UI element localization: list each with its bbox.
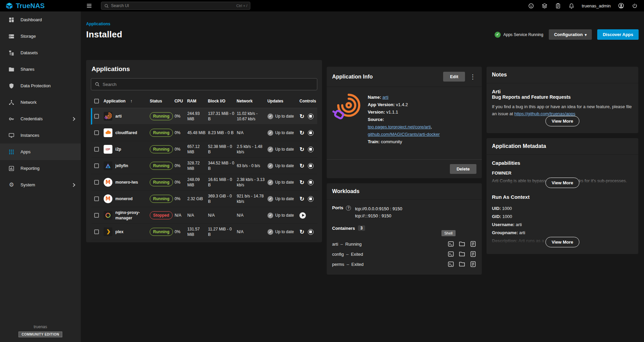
status-badge: Running [150,162,173,170]
restart-button[interactable]: ↻ [299,196,304,202]
sidebar-item-shares[interactable]: Shares [0,61,81,77]
restart-button[interactable]: ↻ [299,229,304,235]
issues-link[interactable]: https://github.com/truenas/apps [514,111,575,116]
column-ram[interactable]: RAM [187,98,208,104]
sidebar-item-system[interactable]: ⚙ System [0,177,81,193]
block-io-cell: 369.3 GiB - 0 B [208,193,237,204]
sidebar-item-instances[interactable]: Instances [0,127,81,144]
column-updates[interactable]: Updates [267,98,299,104]
sidebar-item-data-protection[interactable]: Data Protection [0,77,81,94]
table-row-nginx-proxy-manager[interactable]: nginx-proxy-manager Stopped N/A N/A N/A … [91,207,317,224]
edit-button[interactable]: Edit [443,72,465,82]
app-name-link[interactable]: arti [382,95,388,100]
power-icon[interactable] [632,3,638,9]
logs-icon[interactable] [470,251,476,257]
sidebar-item-datasets[interactable]: Datasets [0,44,81,61]
view-more-button[interactable]: View More [545,116,579,126]
source-link-github[interactable]: github.com/MAGICGrants/arti-docker [368,132,440,137]
table-row-plex[interactable]: plex Running 0% 131.57 MiB 11.27 MiB - 0… [91,224,317,240]
table-search[interactable] [91,78,317,90]
stop-button[interactable] [308,196,314,202]
capabilities-heading: Capabilities [492,160,633,166]
ram-cell: 2.32 GiB [187,196,208,201]
source-link-torproject[interactable]: tpo.pages.torproject.net/core/arti [368,124,431,129]
start-button[interactable] [299,212,306,219]
stop-button[interactable] [308,163,314,169]
sidebar-item-reporting[interactable]: Reporting [0,160,81,177]
column-block-io[interactable]: Block I/O [208,98,237,104]
row-checkbox[interactable] [94,229,99,234]
service-running-check-icon: ✓ [495,32,501,38]
sidebar-item-credentials[interactable]: Credentials [0,111,81,127]
stop-button[interactable] [308,180,314,185]
containers-label: Containers [332,226,355,231]
alerts-bell-icon[interactable] [568,3,575,9]
feedback-smiley-icon[interactable] [528,3,534,9]
user-avatar-icon[interactable] [618,2,624,9]
row-checkbox[interactable] [94,130,99,135]
configuration-button[interactable]: Configuration▾ [549,29,592,40]
truenas-logo[interactable]: TrueNAS [0,2,81,10]
jobs-layers-icon[interactable] [541,3,548,9]
table-search-input[interactable] [103,82,314,87]
sidebar-item-apps[interactable]: Apps [0,144,81,160]
volumes-folder-icon[interactable] [459,241,465,247]
select-all-checkbox[interactable] [94,99,99,103]
stop-button[interactable] [308,147,314,152]
notes-app-heading: Arti [492,89,633,94]
restart-button[interactable]: ↻ [299,130,304,136]
table-row-arti[interactable]: arti Running 0% 244.93 MiB 137.31 MiB - … [91,108,317,125]
volumes-folder-icon[interactable] [459,251,465,257]
table-row-i2p[interactable]: I2Pi2p Running 0% 657.12 MiB 52.38 MiB -… [91,141,317,158]
brand-text: TrueNAS [16,2,45,10]
column-status[interactable]: Status [150,98,175,104]
restart-button[interactable]: ↻ [299,114,304,119]
status-badge: Stopped [150,211,173,219]
stop-button[interactable] [308,130,314,136]
ram-cell: 244.93 MiB [187,111,208,122]
row-checkbox[interactable] [94,114,99,119]
tasks-clipboard-icon[interactable] [555,3,561,9]
global-search[interactable]: Ctrl + / [101,2,250,10]
logs-icon[interactable] [470,241,476,247]
app-icon-i2p: I2P [104,145,112,154]
restart-button[interactable]: ↻ [299,163,304,169]
stop-button[interactable] [308,114,314,119]
row-checkbox[interactable] [94,147,99,152]
breadcrumb[interactable]: Applications [86,22,639,26]
service-status-label: Apps Service Running [503,32,543,37]
sidebar-item-network[interactable]: Network [0,94,81,111]
restart-button[interactable]: ↻ [299,180,304,185]
discover-apps-button[interactable]: Discover Apps [597,29,639,40]
row-checkbox[interactable] [94,180,99,185]
kebab-menu-icon[interactable]: ⋮ [469,73,476,81]
column-application[interactable]: Application↑ [104,98,150,104]
shell-icon[interactable] [448,241,454,247]
volumes-folder-icon[interactable] [459,261,465,268]
stop-button[interactable] [308,229,314,235]
table-row-monero-lws[interactable]: Mmonero-lws Running 0% 248.09 MiB 16.61 … [91,174,317,191]
search-input[interactable] [111,3,234,8]
table-row-monerod[interactable]: Mmonerod Running 0% 2.32 GiB 369.3 GiB -… [91,191,317,207]
shell-icon[interactable] [448,251,454,257]
table-row-cloudflared[interactable]: cloudflared Running 0% 45.48 MiB 8.23 Mi… [91,125,317,141]
storage-icon [8,33,15,39]
gid-row: GID: 1000 [492,213,633,221]
logs-icon[interactable] [470,261,476,268]
view-more-button[interactable]: View More [545,178,579,188]
column-cpu[interactable]: CPU [174,98,187,104]
help-icon[interactable]: ? [346,206,351,211]
shell-icon[interactable] [448,261,454,268]
column-network[interactable]: Network [237,98,267,104]
row-checkbox[interactable] [94,213,99,218]
table-row-jellyfin[interactable]: jellyfin Running 0% 328.72 MiB 344.52 Mi… [91,158,317,174]
view-more-button[interactable]: View More [545,237,579,247]
sidebar-item-storage[interactable]: Storage [0,28,81,44]
restart-button[interactable]: ↻ [299,147,304,152]
cpu-cell: 0% [175,114,187,119]
row-checkbox[interactable] [94,196,99,201]
row-checkbox[interactable] [94,163,99,168]
hamburger-menu-icon[interactable] [86,3,92,9]
sidebar-item-dashboard[interactable]: Dashboard [0,11,81,28]
delete-button[interactable]: Delete [450,164,476,174]
